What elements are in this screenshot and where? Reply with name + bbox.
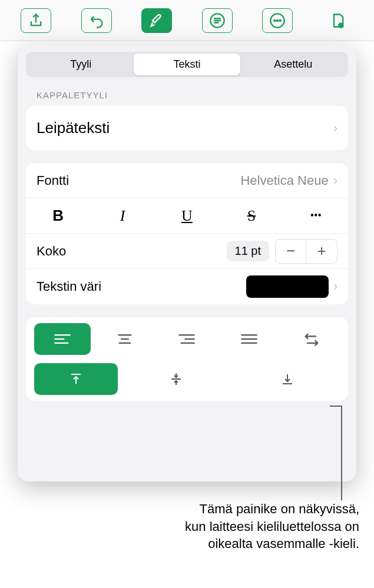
caption-line-2: kun laitteesi kieliluettelossa on: [59, 518, 359, 536]
align-center-button[interactable]: [97, 323, 153, 355]
tab-layout[interactable]: Asettelu: [240, 54, 346, 75]
ellipsis-circle-icon: [269, 12, 286, 29]
size-increase-button[interactable]: +: [306, 240, 337, 263]
text-format-row: B I U S •••: [26, 198, 348, 234]
document-view-button[interactable]: [323, 8, 353, 33]
insert-button[interactable]: [202, 8, 233, 33]
svg-point-4: [280, 19, 281, 21]
font-row[interactable]: Fontti Helvetica Neue ›: [26, 163, 348, 198]
svg-point-6: [340, 24, 342, 26]
align-left-button[interactable]: [34, 323, 91, 355]
size-value[interactable]: 11 pt: [227, 241, 269, 261]
valign-middle-icon: [166, 372, 186, 386]
tab-text[interactable]: Teksti: [134, 54, 240, 75]
valign-top-icon: [66, 372, 86, 386]
text-color-row[interactable]: Tekstin väri ›: [26, 269, 348, 304]
format-popover: Tyyli Teksti Asettelu KAPPALETYYLI Leipä…: [18, 46, 356, 481]
size-row: Koko 11 pt − +: [26, 234, 348, 269]
valign-bottom-button[interactable]: [235, 363, 340, 395]
underline-button[interactable]: U: [169, 207, 204, 225]
more-button[interactable]: [262, 8, 293, 33]
align-right-icon: [177, 332, 197, 346]
text-color-swatch[interactable]: [246, 275, 329, 298]
caption-line-1: Tämä painike on näkyvissä,: [59, 500, 359, 518]
format-tabs: Tyyli Teksti Asettelu: [26, 52, 348, 77]
strikethrough-button[interactable]: S: [234, 207, 269, 225]
align-center-icon: [115, 332, 135, 346]
top-toolbar: [0, 0, 374, 41]
paragraph-style-section-label: KAPPALETYYLI: [26, 90, 348, 106]
svg-point-3: [277, 19, 278, 21]
size-decrease-button[interactable]: −: [276, 240, 306, 263]
size-label: Koko: [37, 244, 227, 259]
chevron-right-icon: ›: [333, 121, 337, 136]
text-color-label: Tekstin väri: [37, 279, 246, 294]
rtl-arrows-icon: [302, 332, 322, 346]
undo-icon: [88, 12, 105, 29]
bold-button[interactable]: B: [41, 207, 76, 225]
document-eye-icon: [330, 12, 346, 29]
undo-button[interactable]: [81, 8, 112, 33]
italic-button[interactable]: I: [105, 207, 140, 225]
paragraph-style-card[interactable]: Leipäteksti ›: [26, 106, 348, 150]
alignment-card: [26, 317, 348, 401]
font-card: Fontti Helvetica Neue › B I U S ••• Koko…: [26, 163, 348, 304]
valign-bottom-icon: [277, 372, 297, 386]
align-justify-icon: [239, 332, 259, 346]
brush-icon: [148, 12, 165, 29]
more-format-button[interactable]: •••: [298, 210, 333, 222]
valign-top-button[interactable]: [34, 363, 118, 395]
format-brush-button[interactable]: [141, 8, 172, 33]
align-justify-button[interactable]: [221, 323, 277, 355]
font-label: Fontti: [37, 173, 240, 188]
share-icon: [28, 12, 44, 29]
align-right-button[interactable]: [159, 323, 216, 355]
valign-middle-button[interactable]: [124, 363, 229, 395]
chevron-right-icon: ›: [333, 279, 337, 294]
callout-caption: Tämä painike on näkyvissä, kun laitteesi…: [59, 500, 359, 553]
text-lines-icon: [209, 12, 226, 29]
tab-style[interactable]: Tyyli: [28, 54, 134, 75]
paragraph-style-value: Leipäteksti: [37, 119, 333, 137]
align-left-icon: [52, 332, 72, 346]
size-stepper: − +: [275, 239, 337, 264]
svg-point-2: [274, 19, 275, 21]
chevron-right-icon: ›: [333, 173, 337, 188]
rtl-direction-button[interactable]: [283, 323, 340, 355]
font-value: Helvetica Neue: [240, 173, 328, 188]
caption-line-3: oikealta vasemmalle -kieli.: [59, 535, 359, 553]
share-button[interactable]: [21, 8, 51, 33]
